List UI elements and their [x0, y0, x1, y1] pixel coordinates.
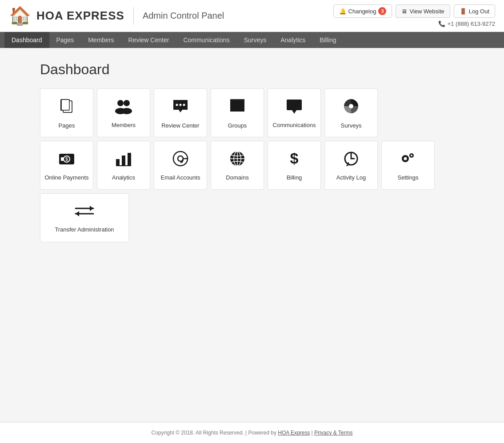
nav-surveys[interactable]: Surveys: [237, 32, 274, 48]
card-surveys-label: Surveys: [341, 122, 362, 129]
footer-hoa-link[interactable]: HOA Express: [278, 430, 310, 436]
svg-point-8: [176, 104, 178, 106]
changelog-badge: 3: [378, 7, 386, 15]
svg-rect-18: [128, 153, 131, 165]
svg-point-7: [121, 108, 132, 114]
main-content: Dashboard Pages: [0, 48, 504, 422]
phone-number: 📞 +1 (888) 613-9272: [438, 20, 495, 27]
card-review-center-label: Review Center: [161, 122, 199, 129]
navigation: Dashboard Pages Members Review Center Co…: [0, 32, 504, 48]
svg-text:$: $: [65, 157, 68, 162]
card-billing-label: Billing: [287, 174, 302, 181]
card-email-accounts[interactable]: Email Accounts: [154, 141, 207, 190]
dashboard-grid: Pages Members: [40, 88, 464, 242]
logo: 🏠 HOA EXPRESS: [9, 5, 124, 26]
logo-text: HOA EXPRESS: [36, 9, 124, 23]
changelog-icon: 🔔: [339, 8, 346, 15]
surveys-icon: [342, 97, 360, 118]
logout-button[interactable]: 🚪 Log Out: [454, 4, 495, 18]
svg-marker-36: [76, 211, 79, 216]
svg-point-4: [117, 100, 124, 106]
dashboard-row-1: Pages Members: [40, 88, 464, 137]
card-billing[interactable]: $ Billing: [268, 141, 321, 190]
nav-review-center[interactable]: Review Center: [121, 32, 176, 48]
billing-icon: $: [285, 150, 303, 170]
admin-panel-title: Admin Control Panel: [143, 11, 224, 21]
view-website-label: View Website: [409, 8, 444, 15]
card-domains[interactable]: Domains: [211, 141, 264, 190]
card-settings-label: Settings: [398, 174, 419, 181]
svg-point-32: [411, 155, 412, 156]
svg-point-9: [180, 104, 182, 106]
dashboard-row-3: Transfer Administration: [40, 193, 464, 242]
svg-point-11: [349, 104, 353, 108]
page-title: Dashboard: [40, 61, 464, 78]
card-pages[interactable]: Pages: [40, 88, 93, 137]
card-communications-label: Communications: [273, 122, 316, 128]
card-domains-label: Domains: [226, 174, 248, 181]
svg-point-30: [404, 157, 407, 160]
domains-icon: [228, 150, 247, 170]
card-analytics[interactable]: Analytics: [97, 141, 150, 190]
analytics-icon: [115, 150, 132, 170]
house-icon: 🏠: [9, 5, 31, 26]
changelog-label: Changelog: [348, 8, 376, 15]
transfer-icon: [74, 203, 95, 222]
card-activity-label: Activity Log: [336, 174, 366, 181]
footer-copyright: Copyright © 2018. All Rights Reserved. |…: [151, 430, 278, 436]
footer-privacy-link[interactable]: Privacy & Terms: [314, 430, 352, 436]
pages-icon: [58, 97, 76, 118]
review-icon: [172, 97, 189, 118]
nav-billing[interactable]: Billing: [312, 32, 343, 48]
logout-icon: 🚪: [460, 8, 467, 15]
phone-icon: 📞: [438, 20, 445, 27]
svg-marker-34: [90, 206, 93, 211]
changelog-button[interactable]: 🔔 Changelog 3: [333, 4, 392, 18]
nav-dashboard[interactable]: Dashboard: [4, 32, 49, 48]
svg-rect-17: [122, 156, 125, 165]
view-website-button[interactable]: 🖥 View Website: [396, 4, 450, 18]
svg-text:$: $: [290, 150, 299, 167]
card-analytics-label: Analytics: [112, 174, 135, 181]
header-actions: 🔔 Changelog 3 🖥 View Website 🚪 Log Out 📞…: [333, 4, 495, 27]
phone-text: +1 (888) 613-9272: [448, 20, 495, 27]
svg-point-5: [124, 100, 130, 106]
monitor-icon: 🖥: [401, 8, 407, 15]
card-transfer-label: Transfer Administration: [55, 226, 114, 233]
card-settings[interactable]: Settings: [381, 141, 435, 190]
card-pages-label: Pages: [59, 122, 75, 129]
svg-point-10: [183, 104, 185, 106]
svg-rect-16: [116, 159, 120, 165]
dashboard-row-2: $ Online Payments Analytics: [40, 141, 464, 190]
card-surveys[interactable]: Surveys: [324, 88, 378, 137]
logout-label: Log Out: [469, 8, 489, 15]
card-activity-log[interactable]: Activity Log: [324, 141, 378, 190]
card-members-label: Members: [112, 122, 136, 128]
card-email-label: Email Accounts: [161, 174, 200, 181]
card-communications[interactable]: Communications: [268, 88, 321, 137]
nav-analytics[interactable]: Analytics: [273, 32, 312, 48]
nav-members[interactable]: Members: [81, 32, 121, 48]
nav-pages[interactable]: Pages: [49, 32, 81, 48]
email-icon: [171, 150, 190, 170]
card-groups-label: Groups: [228, 122, 247, 129]
groups-icon: [228, 97, 246, 118]
svg-point-21: [178, 156, 183, 161]
card-online-payments[interactable]: $ Online Payments: [40, 141, 93, 190]
header-divider: [133, 7, 134, 25]
footer-separator: |: [310, 430, 314, 436]
activity-icon: [342, 150, 360, 170]
svg-rect-3: [61, 100, 69, 110]
card-review-center[interactable]: Review Center: [154, 88, 207, 137]
card-groups[interactable]: Groups: [211, 88, 264, 137]
members-icon: [114, 98, 133, 117]
footer: Copyright © 2018. All Rights Reserved. |…: [0, 422, 504, 443]
settings-icon: [398, 150, 418, 170]
communications-icon: [285, 98, 304, 117]
card-transfer-admin[interactable]: Transfer Administration: [40, 193, 129, 242]
card-payments-label: Online Payments: [45, 174, 89, 181]
payments-icon: $: [57, 150, 76, 170]
nav-communications[interactable]: Communications: [176, 32, 236, 48]
card-members[interactable]: Members: [97, 88, 150, 137]
